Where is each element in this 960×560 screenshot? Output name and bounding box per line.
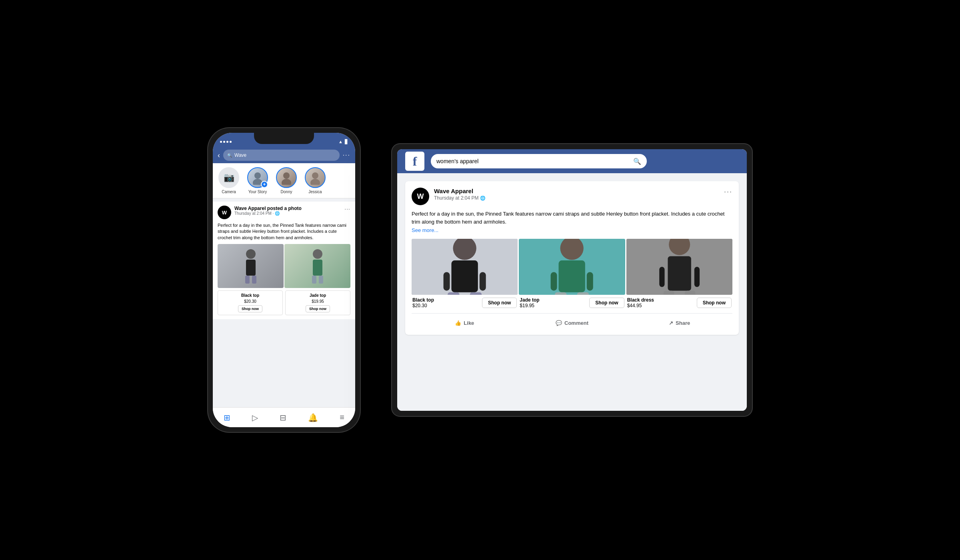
svg-rect-26	[551, 272, 557, 290]
signal-dot-1	[220, 141, 222, 143]
story-avatar-wrap-your: +	[247, 167, 268, 188]
tablet-product-info-2: Jade top $19.95 Shop now	[519, 297, 625, 308]
tablet-shop-button-2[interactable]: Shop now	[589, 298, 624, 308]
tablet-page-name[interactable]: Wave Apparel	[434, 188, 719, 194]
phone-product-image-2	[284, 244, 350, 288]
product-person-1	[239, 246, 263, 286]
battery-icon: ▊	[345, 139, 348, 144]
back-button[interactable]: ‹	[218, 151, 220, 160]
phone-product-card-2: Jade top $19.95 Shop now	[285, 290, 350, 315]
svg-rect-24	[555, 292, 567, 295]
phone-product-name-2: Jade top	[310, 293, 326, 298]
phone-post-time: Thursday at 2:04 PM · 🌐	[234, 211, 341, 216]
tablet-product-col-1: Black top $20.30 Shop now	[412, 239, 518, 308]
tablet-product-details-2: Jade top $19.95	[520, 297, 539, 308]
svg-rect-19	[444, 272, 450, 290]
tablet-product-price-1: $20.30	[412, 303, 434, 308]
like-button[interactable]: 👍 Like	[412, 318, 518, 328]
svg-rect-34	[694, 267, 699, 287]
comment-button[interactable]: 💬 Comment	[519, 318, 625, 328]
phone-status-right: ▲ ▊	[338, 139, 348, 144]
phone-more-button[interactable]: ···	[343, 152, 350, 159]
tablet-screen: f 🔍 W Wave Apparel	[397, 149, 747, 411]
tablet-search-input[interactable]	[436, 158, 630, 164]
svg-rect-20	[480, 272, 486, 290]
phone-nav-menu-icon[interactable]: ≡	[340, 413, 344, 422]
tablet-post-actions: 👍 Like 💬 Comment ↗ Share	[412, 313, 732, 328]
tablet-product-name-1: Black top	[412, 297, 434, 303]
svg-rect-18	[470, 292, 482, 295]
phone-post-header: W Wave Apparel posted a photo Thursday a…	[218, 206, 350, 219]
story-add-badge: +	[261, 181, 268, 188]
story-item-donny[interactable]: Donny	[274, 167, 299, 194]
svg-rect-9	[252, 276, 256, 284]
phone-nav-marketplace-icon[interactable]: ⊟	[280, 413, 286, 422]
tablet-product-name-3: Black dress	[627, 297, 654, 303]
like-icon: 👍	[455, 320, 461, 326]
svg-rect-17	[448, 292, 459, 295]
search-icon: 🔍	[227, 153, 232, 158]
story-item-camera[interactable]: 📷 Camera	[216, 167, 242, 194]
tablet-search-wrap[interactable]: 🔍	[431, 154, 647, 168]
story-avatar-donny	[276, 167, 297, 188]
svg-point-0	[254, 172, 261, 179]
phone-bottom-nav: ⊞ ▷ ⊟ 🔔 ≡	[213, 407, 355, 427]
see-more-link[interactable]: See more...	[412, 227, 732, 233]
story-label-jessica: Jessica	[308, 190, 322, 194]
story-item-your-story[interactable]: + Your Story	[245, 167, 270, 194]
phone-product-card-1: Black top $20.30 Shop now	[218, 290, 283, 315]
phone-stories-row: 📷 Camera	[213, 163, 355, 198]
tablet-post-body: Perfect for a day in the sun, the Pinned…	[412, 210, 732, 226]
comment-icon: 💬	[556, 320, 562, 326]
phone-shop-button-2[interactable]: Shop now	[306, 305, 330, 312]
product-image-svg-3	[626, 239, 732, 295]
tablet-product-details-3: Black dress $44.95	[627, 297, 654, 308]
phone-nav-video-icon[interactable]: ▷	[252, 413, 258, 422]
svg-rect-12	[312, 276, 316, 284]
story-item-jessica[interactable]: Jessica	[302, 167, 328, 194]
phone-post: W Wave Apparel posted a photo Thursday a…	[213, 202, 355, 319]
facebook-f-letter: f	[413, 154, 417, 169]
story-avatar-wrap-donny	[276, 167, 297, 188]
svg-rect-31	[664, 291, 674, 295]
svg-rect-25	[577, 292, 589, 295]
phone-shop-button-1[interactable]: Shop now	[238, 305, 262, 312]
phone-product-price-1: $20.30	[244, 299, 256, 304]
phone-search-box[interactable]: 🔍 Wave	[223, 150, 340, 161]
phone-page-name: Wave Apparel posted a photo	[234, 206, 341, 211]
story-label-your-story: Your Story	[248, 190, 267, 194]
phone-post-more-button[interactable]: ···	[344, 206, 350, 212]
phone-post-body: Perfect for a day in the sun, the Pinned…	[218, 222, 350, 241]
wifi-icon: ▲	[338, 139, 343, 144]
tablet-shop-button-1[interactable]: Shop now	[482, 298, 517, 308]
search-icon: 🔍	[633, 158, 641, 165]
svg-rect-7	[246, 260, 256, 276]
share-button[interactable]: ↗ Share	[626, 318, 732, 328]
svg-rect-16	[451, 260, 478, 292]
signal-dot-3	[226, 141, 228, 143]
tablet-products-grid: Black top $20.30 Shop now	[412, 239, 732, 308]
product-person-2	[306, 246, 330, 286]
product-image-svg-1	[412, 239, 518, 295]
facebook-logo: f	[405, 152, 424, 171]
phone-nav-notifications-icon[interactable]: 🔔	[308, 413, 318, 422]
tablet-product-price-3: $44.95	[627, 303, 654, 308]
svg-point-2	[283, 172, 290, 179]
svg-rect-30	[668, 256, 691, 290]
signal-dot-4	[230, 141, 232, 143]
story-label-camera: Camera	[222, 190, 236, 194]
phone-nav-bar: ‹ 🔍 Wave ···	[213, 147, 355, 163]
tablet-product-image-3	[626, 239, 732, 295]
tablet-shop-button-3[interactable]: Shop now	[697, 298, 732, 308]
svg-rect-27	[587, 272, 593, 290]
person-silhouette-jessica	[309, 171, 321, 185]
tablet-post-more-button[interactable]: ···	[724, 188, 732, 196]
tablet-content: W Wave Apparel Thursday at 2:04 PM 🌐 ···	[397, 173, 747, 411]
phone-notch	[254, 133, 314, 144]
tablet-post-card: W Wave Apparel Thursday at 2:04 PM 🌐 ···	[405, 181, 739, 335]
phone-signal	[220, 141, 232, 143]
person-silhouette-donny	[280, 171, 292, 185]
share-icon: ↗	[669, 320, 673, 326]
phone-nav-home-icon[interactable]: ⊞	[224, 413, 230, 422]
tablet-product-name-2: Jade top	[520, 297, 539, 303]
